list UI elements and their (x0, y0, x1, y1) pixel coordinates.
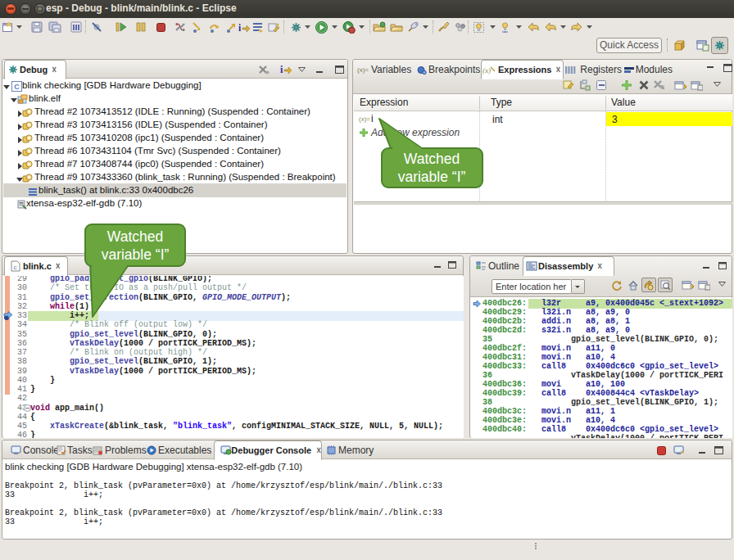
svg-text:c: c (14, 264, 17, 271)
svg-text:C: C (14, 83, 20, 91)
svg-text:Watched: Watched (404, 151, 460, 167)
svg-text:variable “I”: variable “I” (102, 246, 170, 263)
svg-text:variable “I”: variable “I” (398, 169, 466, 185)
svg-text:(x)=: (x)= (357, 66, 369, 74)
svg-text:i: i (238, 22, 242, 33)
svg-text:Watched: Watched (107, 228, 163, 245)
svg-text:i: i (280, 64, 283, 75)
svg-text:(x): (x) (483, 66, 491, 75)
